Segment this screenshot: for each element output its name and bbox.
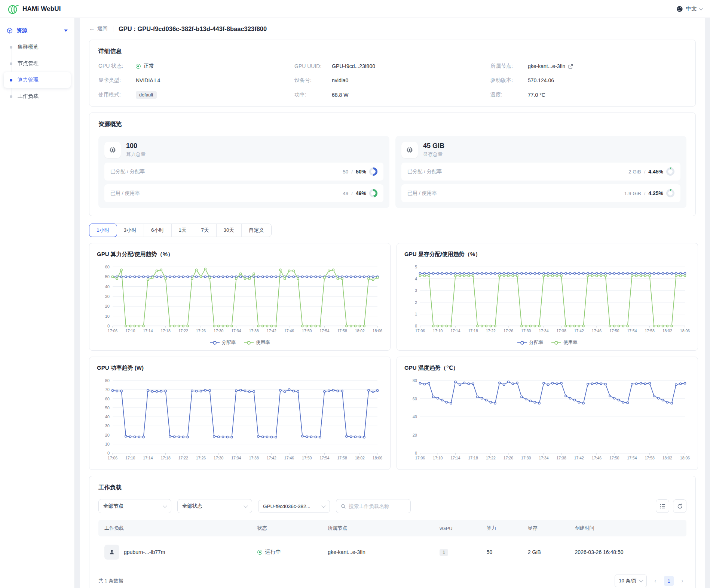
node-filter-select[interactable]: 全部节点 — [98, 499, 171, 513]
column-header: 所属节点 — [322, 520, 434, 536]
workload-memory: 2 GiB — [522, 536, 569, 568]
time-tab[interactable]: 6小时 — [144, 224, 172, 237]
svg-text:50: 50 — [105, 274, 110, 279]
svg-text:17:34: 17:34 — [231, 329, 241, 333]
field-value: 68.8 W — [332, 92, 348, 98]
svg-text:17:58: 17:58 — [645, 456, 654, 460]
sidebar-item-link[interactable]: 集群概览 — [0, 39, 71, 55]
chart-title: GPU 显存分配/使用趋势（%） — [404, 251, 690, 258]
language-switcher[interactable]: 中文 — [676, 5, 703, 12]
chart-title: GPU 算力分配/使用趋势（%） — [97, 251, 383, 258]
svg-text:17:46: 17:46 — [592, 456, 602, 460]
workload-name[interactable]: gpuburn-...-lb77m — [124, 549, 165, 555]
view-toggle-button[interactable] — [656, 499, 669, 513]
time-tab[interactable]: 1小时 — [89, 224, 117, 237]
table-row[interactable]: gpuburn-...-lb77m运行中gke-kant...e-3fln150… — [98, 536, 686, 568]
overview-title: 资源概览 — [98, 120, 686, 128]
table-header-row: 工作负载状态所属节点vGPU算力显存创建时间 — [98, 520, 686, 536]
mode-tag: default — [136, 91, 157, 99]
legend-item[interactable]: 分配率 — [517, 339, 544, 346]
stat-percent: 4.25% — [648, 190, 663, 196]
vgpu-tag: 1 — [440, 549, 448, 556]
external-link-icon[interactable] — [568, 64, 573, 69]
time-tab[interactable]: 30天 — [217, 224, 242, 237]
details-card: 详细信息 GPU 状态:正常GPU UUID:GPU-f9cd...23f800… — [89, 40, 696, 107]
workloads-card: 工作负载 全部节点 全部状态 GPU-f9cd036c-382... — [89, 476, 696, 588]
svg-text:40: 40 — [105, 415, 110, 419]
column-header: vGPU — [434, 520, 481, 536]
workload-search-input[interactable] — [349, 504, 406, 509]
legend-item[interactable]: 使用率 — [551, 339, 578, 346]
sidebar-item-active[interactable]: 算力管理 — [4, 72, 71, 88]
next-page-button[interactable]: › — [678, 578, 686, 584]
svg-text:17:46: 17:46 — [284, 456, 294, 460]
time-tab[interactable]: 3小时 — [117, 224, 144, 237]
stat-value: 45 GiB — [423, 142, 444, 150]
time-tab[interactable]: 自定义 — [242, 224, 271, 237]
sidebar-item-link[interactable]: 工作负载 — [0, 89, 71, 104]
donut-gauge — [666, 189, 674, 197]
legend-item[interactable]: 使用率 — [244, 339, 270, 346]
overview-card: 资源概览 100算力总量已分配 / 分配率50/50%已用 / 使用率49/49… — [89, 113, 696, 216]
page-size-select[interactable]: 10 条/页 — [615, 575, 647, 587]
node-filter-value: 全部节点 — [103, 503, 123, 510]
chart-title: GPU 功率趋势 (W) — [97, 364, 383, 372]
legend-marker-icon — [244, 341, 254, 345]
gpu-filter-select[interactable]: GPU-f9cd036c-382... — [258, 500, 330, 513]
workloads-title: 工作负载 — [98, 484, 686, 492]
stat-line: 已分配 / 分配率50/50% — [104, 163, 383, 181]
table-footer: 共 1 条数据 10 条/页 ‹ 1 › — [98, 575, 686, 587]
svg-text:17:50: 17:50 — [609, 456, 619, 460]
field-label: GPU UUID: — [294, 63, 327, 69]
svg-text:10: 10 — [105, 442, 110, 446]
stat-percent: 49% — [356, 190, 366, 196]
sidebar-item-link[interactable]: 节点管理 — [0, 56, 71, 71]
svg-text:17:38: 17:38 — [556, 456, 566, 460]
watermelon-logo-icon — [7, 3, 19, 15]
sidebar-section-resources[interactable]: 资源 — [0, 23, 74, 38]
svg-text:18:06: 18:06 — [680, 329, 690, 333]
svg-text:4: 4 — [415, 277, 417, 281]
stat-line-label: 已分配 / 分配率 — [407, 168, 442, 175]
total-count: 共 1 条数据 — [98, 578, 123, 584]
legend-item[interactable]: 分配率 — [210, 339, 236, 346]
refresh-icon — [677, 504, 683, 509]
svg-text:17:14: 17:14 — [143, 456, 153, 460]
svg-text:60: 60 — [105, 397, 110, 401]
svg-text:5: 5 — [415, 265, 417, 269]
svg-text:17:42: 17:42 — [267, 329, 276, 333]
sidebar-item-label: 工作负载 — [18, 93, 39, 100]
stat-card: 45 GiB显存总量已分配 / 分配率2 GiB/4.45%已用 / 使用率1.… — [395, 136, 686, 208]
workloads-table: 工作负载状态所属节点vGPU算力显存创建时间 gpuburn-...-lb77m… — [98, 520, 686, 568]
current-page[interactable]: 1 — [664, 576, 674, 586]
field-value: gke-kant...e-3fln — [528, 63, 565, 69]
app-header: HAMi WebUI 中文 — [0, 0, 710, 18]
detail-field: GPU 状态:正常 — [98, 63, 294, 70]
svg-text:17:54: 17:54 — [627, 329, 637, 333]
refresh-button[interactable] — [673, 499, 686, 513]
svg-text:20: 20 — [105, 433, 110, 437]
svg-text:17:18: 17:18 — [160, 456, 170, 460]
back-button[interactable]: ← 返回 — [89, 25, 108, 32]
stat-amount: 50 — [343, 169, 348, 175]
cube-icon — [7, 28, 13, 34]
svg-text:17:50: 17:50 — [302, 456, 312, 460]
time-tab[interactable]: 1天 — [172, 224, 194, 237]
field-label: GPU 状态: — [98, 63, 131, 70]
prev-page-button[interactable]: ‹ — [651, 578, 659, 584]
stat-label: 算力总量 — [126, 151, 146, 158]
svg-text:3: 3 — [415, 288, 417, 293]
stat-line: 已分配 / 分配率2 GiB/4.45% — [401, 163, 680, 181]
sidebar-section-label: 资源 — [16, 27, 60, 34]
status-filter-select[interactable]: 全部状态 — [177, 499, 252, 513]
chevron-down-icon — [163, 504, 167, 508]
svg-text:0: 0 — [415, 451, 417, 455]
svg-text:17:06: 17:06 — [108, 329, 117, 333]
sidebar: 资源 集群概览节点管理算力管理工作负载 — [0, 18, 75, 588]
svg-text:40: 40 — [105, 284, 110, 289]
time-tab[interactable]: 7天 — [194, 224, 217, 237]
column-header: 算力 — [481, 520, 522, 536]
workload-search — [336, 499, 411, 513]
svg-text:17:06: 17:06 — [108, 456, 117, 460]
svg-text:17:50: 17:50 — [302, 329, 312, 333]
